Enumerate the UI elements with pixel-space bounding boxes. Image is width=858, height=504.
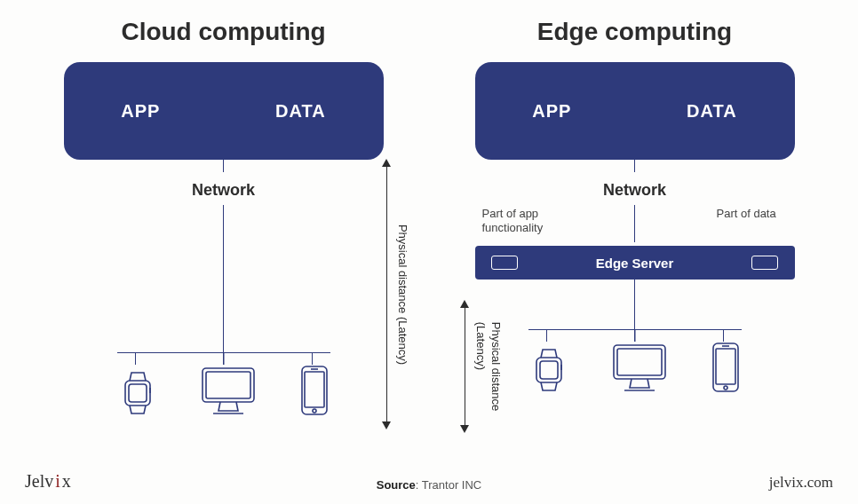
svg-rect-7 (305, 372, 324, 407)
edge-server-bar: Edge Server (475, 246, 795, 280)
svg-point-18 (724, 386, 727, 390)
edge-app-label: APP (532, 101, 571, 122)
edge-latency-label: Physical distance (Latency) (473, 322, 503, 411)
cloud-box: APP DATA (64, 62, 384, 160)
connector-line (223, 160, 224, 172)
cloud-column: Cloud computing APP DATA Network (36, 18, 411, 416)
edge-box: APP DATA (475, 62, 795, 160)
desktop-icon (197, 365, 259, 416)
connector-line (223, 205, 224, 365)
svg-rect-1 (129, 384, 147, 402)
edge-devices (528, 342, 742, 393)
cloud-latency-arrow: Physical distance (Latency) (382, 159, 391, 429)
edge-subleft-label: Part of app functionality (482, 207, 589, 234)
smartwatch-icon (528, 347, 569, 393)
edge-server-label: Edge Server (596, 256, 674, 271)
svg-rect-4 (206, 372, 250, 398)
edge-latency-arrow: Physical distance (Latency) (460, 300, 469, 433)
desktop-icon (608, 342, 671, 393)
smartphone-icon (710, 342, 742, 393)
edge-column: Edge computing APP DATA Network Part of … (447, 18, 822, 416)
cloud-network-label: Network (192, 181, 255, 200)
cloud-app-label: APP (121, 101, 160, 122)
cloud-devices (117, 365, 330, 416)
svg-rect-14 (617, 349, 662, 375)
connector-line (634, 160, 635, 172)
smartphone-icon (298, 365, 330, 416)
edge-network-label: Network (603, 181, 666, 200)
edge-subright-label: Part of data (717, 207, 788, 234)
cloud-title: Cloud computing (121, 18, 325, 46)
site-url: jelvix.com (769, 474, 833, 492)
edge-data-label: DATA (687, 101, 737, 122)
svg-rect-13 (614, 345, 665, 379)
cloud-latency-label: Physical distance (Latency) (394, 224, 409, 364)
smartwatch-icon (117, 370, 158, 416)
source-credit: Source: Trantor INC (377, 478, 482, 492)
svg-point-8 (313, 409, 316, 413)
svg-rect-17 (716, 349, 735, 384)
edge-title: Edge computing (537, 18, 732, 46)
svg-rect-11 (540, 361, 558, 379)
brand-logo: Jelvix (25, 471, 71, 492)
footer: Jelvix Source: Trantor INC jelvix.com (0, 471, 858, 492)
edge-slot-icon (491, 256, 518, 270)
edge-slot-icon (751, 256, 778, 270)
cloud-data-label: DATA (275, 101, 326, 122)
svg-rect-3 (203, 368, 254, 402)
